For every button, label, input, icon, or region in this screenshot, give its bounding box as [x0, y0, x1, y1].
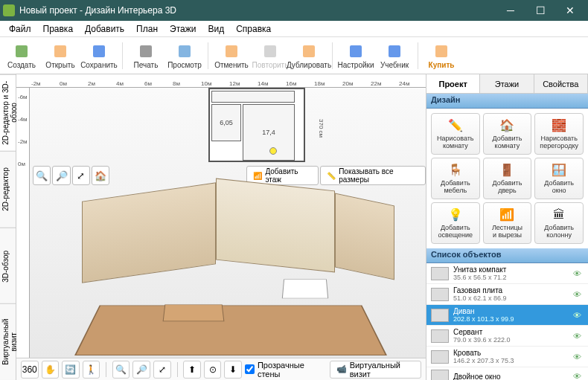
virtual-visit-button[interactable]: 📹Виртуальный визит: [330, 361, 421, 379]
viewport[interactable]: 6,05 17,4 370 см 🔍 🔎 ⤢ 🏠 📶Добавить этаж …: [30, 88, 426, 358]
preview-button[interactable]: Просмотр: [166, 39, 203, 73]
htick: 10м: [201, 80, 211, 87]
object-item[interactable]: Газовая плита51.0 x 62.1 x 86.9👁: [426, 284, 588, 305]
visibility-icon[interactable]: 👁: [573, 372, 584, 380]
design-icon: 🪑: [447, 162, 464, 178]
design-btn-Добавить-мебель[interactable]: 🪑Добавитьмебель: [431, 158, 480, 199]
svg-rect-8: [350, 45, 362, 57]
print-button[interactable]: Печать: [127, 39, 164, 73]
design-btn-Добавить-колонну[interactable]: 🏛Добавитьколонну: [534, 202, 584, 244]
create-icon: [13, 42, 31, 60]
tilt-reset[interactable]: ⊙: [204, 361, 222, 379]
visibility-icon[interactable]: 👁: [573, 290, 584, 299]
menu-правка[interactable]: Правка: [37, 22, 80, 36]
tutorial-icon: [386, 42, 403, 60]
menu-вид[interactable]: Вид: [202, 22, 230, 36]
rp-tab-Этажи[interactable]: Этажи: [480, 74, 534, 93]
bottom-toolbar: 360 ✋ 🔄 🚶 🔍 🔎 ⤢ ⬆ ⊙ ⬇ Прозрачные стены 📹…: [16, 358, 426, 380]
zoom-in-button[interactable]: 🔍: [33, 166, 51, 185]
menu-добавить[interactable]: Добавить: [79, 22, 130, 36]
sidetab-0[interactable]: 2D-редактор и 3D-обзор: [0, 74, 16, 151]
svg-rect-7: [303, 45, 315, 57]
save-button[interactable]: Сохранить: [80, 39, 118, 73]
dim-label: 370 см: [318, 119, 325, 138]
room-2[interactable]: 17,4: [243, 104, 295, 161]
object-item[interactable]: Диван202.8 x 101.3 x 99.9👁: [426, 305, 588, 326]
design-btn-Нарисовать-комнату[interactable]: ✏️Нарисоватькомнату: [431, 113, 480, 155]
rp-tab-Свойства[interactable]: Свойства: [534, 74, 588, 93]
zoom-in-3d[interactable]: 🔍: [112, 361, 130, 379]
home-button[interactable]: 🏠: [92, 166, 109, 185]
tilt-down[interactable]: ⬇: [224, 361, 242, 379]
buy-button[interactable]: Купить: [423, 39, 460, 73]
svg-rect-6: [264, 45, 276, 57]
zoom-fit-3d[interactable]: ⤢: [153, 361, 171, 379]
pan-button[interactable]: ✋: [42, 361, 60, 379]
undo-button[interactable]: Отменить: [213, 39, 250, 73]
visibility-icon[interactable]: 👁: [573, 332, 584, 341]
design-btn-Добавить-комнату[interactable]: 🏠Добавитькомнату: [483, 113, 532, 155]
sidetab-3[interactable]: Виртуальный визит: [0, 303, 16, 380]
sidetab-2[interactable]: 3D-обзор: [0, 228, 16, 304]
sofa-3d[interactable]: [163, 305, 225, 322]
object-thumb: [431, 288, 449, 301]
object-item[interactable]: Унитаз компакт35.6 x 56.5 x 71.2👁: [426, 263, 588, 284]
close-button[interactable]: ✕: [555, 0, 585, 21]
object-item[interactable]: Сервант79.0 x 39.6 x 222.0👁: [426, 326, 588, 347]
floorplan-2d[interactable]: 6,05 17,4 370 см: [208, 88, 305, 162]
view-360-button[interactable]: 360: [21, 361, 39, 379]
svg-rect-1: [54, 45, 66, 57]
show-dimensions-button[interactable]: 📏Показывать все размеры: [320, 166, 426, 185]
menubar: ФайлПравкаДобавитьПланЭтажиВидСправка: [0, 21, 588, 37]
create-button[interactable]: Создать: [3, 39, 40, 73]
menu-файл[interactable]: Файл: [3, 22, 37, 36]
open-button[interactable]: Открыть: [42, 39, 79, 73]
menu-этажи[interactable]: Этажи: [164, 22, 202, 36]
sidetab-1[interactable]: 2D-редактор: [0, 151, 16, 228]
design-btn-Добавить-освещение[interactable]: 💡Добавитьосвещение: [431, 202, 480, 244]
design-btn-Нарисовать-перегородку[interactable]: 🧱Нарисоватьперегородку: [534, 113, 584, 155]
visibility-icon[interactable]: 👁: [573, 269, 584, 278]
design-btn-Добавить-окно[interactable]: 🪟Добавитьокно: [534, 158, 584, 199]
design-icon: 🪟: [551, 162, 567, 178]
duplicate-button[interactable]: Дублировать: [290, 39, 327, 73]
zoom-out-3d[interactable]: 🔎: [132, 361, 150, 379]
menu-справка[interactable]: Справка: [230, 22, 277, 36]
minimize-button[interactable]: ─: [496, 0, 525, 21]
htick: 14м: [258, 80, 268, 87]
render-3d[interactable]: [60, 184, 402, 355]
object-item[interactable]: Кровать146.2 x 207.3 x 75.3👁: [426, 347, 588, 367]
side-tabs: 2D-редактор и 3D-обзор2D-редактор3D-обзо…: [0, 74, 16, 380]
design-icon: 🏠: [499, 117, 515, 134]
save-icon: [90, 42, 108, 60]
menu-план[interactable]: План: [130, 22, 164, 36]
duplicate-icon: [300, 42, 318, 60]
tutorial-button[interactable]: Учебник: [376, 39, 413, 73]
visibility-icon[interactable]: 👁: [573, 311, 584, 320]
bed-3d[interactable]: [282, 280, 328, 299]
settings-button[interactable]: Настройки: [337, 39, 374, 73]
room-1[interactable]: 6,05: [211, 104, 241, 141]
stairs-icon: 📶: [253, 172, 262, 180]
ruler-vertical: -6м-4м-2м0м: [16, 88, 30, 358]
tilt-up[interactable]: ⬆: [183, 361, 201, 379]
rp-tab-Проект[interactable]: Проект: [426, 74, 480, 93]
maximize-button[interactable]: ☐: [525, 0, 555, 21]
visibility-icon[interactable]: 👁: [573, 352, 584, 361]
zoom-fit-button[interactable]: ⤢: [72, 166, 90, 185]
zoom-out-button[interactable]: 🔎: [52, 166, 70, 185]
room-hall[interactable]: [211, 91, 295, 103]
design-btn-Добавить-дверь[interactable]: 🚪Добавитьдверь: [483, 158, 532, 199]
objects-list: Унитаз компакт35.6 x 56.5 x 71.2👁Газовая…: [426, 263, 588, 380]
transparent-walls-checkbox[interactable]: Прозрачные стены: [245, 361, 321, 379]
walk-button[interactable]: 🚶: [83, 361, 100, 379]
rotate-button[interactable]: 🔄: [62, 361, 80, 379]
object-thumb: [431, 267, 449, 280]
object-item[interactable]: Двойное окно👁: [426, 367, 588, 380]
window-title: Новый проект - Дизайн Интерьера 3D: [19, 5, 496, 16]
design-btn-Лестницы-и-вырезы[interactable]: 📶Лестницыи вырезы: [483, 202, 532, 244]
camera-marker[interactable]: [269, 147, 277, 155]
htick: 2м: [88, 80, 95, 87]
object-thumb: [431, 309, 449, 322]
print-icon: [137, 42, 155, 60]
